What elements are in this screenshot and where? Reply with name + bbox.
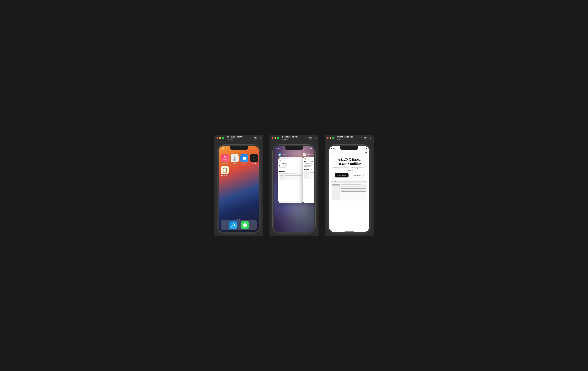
preview-dot-red	[332, 181, 333, 182]
app-grid: S Shortcuts	[219, 151, 259, 178]
phone-3: 9:42 ▲ ▮ 📋 ☰	[328, 145, 371, 233]
window-controls-2[interactable]	[272, 137, 279, 139]
resume-icon-pp: ⊙	[304, 169, 305, 170]
pm-line-4	[341, 189, 366, 189]
home-icon-3[interactable]: ⌂	[361, 137, 362, 139]
ppresume-card-screen[interactable]: 📋 A LaTeX BaResume Bu that helps people …	[303, 157, 314, 203]
ps-line-2	[332, 185, 340, 186]
dock-messages[interactable]	[241, 221, 249, 229]
ppresume-new-resume-btn[interactable]: ⊙ New resume	[304, 169, 309, 170]
ps-line-7	[332, 190, 340, 190]
switcher-safari-card[interactable]: 🧭 Safari 🔒 ppresume 📋	[278, 153, 306, 203]
home-icon[interactable]: ⌂	[250, 137, 252, 139]
rotate-icon-3[interactable]: ⤾	[369, 137, 371, 139]
svg-rect-12	[255, 156, 255, 157]
pp-battery-icon: ▮	[366, 148, 367, 149]
new-resume-button[interactable]: ⊙ New resume	[335, 173, 349, 178]
safari-preview	[279, 173, 302, 180]
switcher-ppresume-card[interactable]: 📋 PPResume 📋 A LaTeX BaResume Bu	[303, 153, 314, 203]
sim-toolbar-2: ⌂ 📷 ⤾	[305, 137, 316, 139]
safari-card-screen[interactable]: 🔒 ppresume 📋 A LaTeX BResume B that	[278, 157, 303, 203]
wifi-icon: ▲	[251, 148, 252, 149]
ppresume-watch-btn[interactable]: ▷ W	[310, 169, 313, 170]
sim-titlebar-2: iPhone 12 Pro Max iOS 15.5 ⌂ 📷 ⤾	[270, 135, 318, 142]
pp-hero-buttons: ⊙ New resume ▷ Watch video	[331, 173, 367, 178]
minimize-button-3[interactable]	[329, 137, 331, 139]
sim-body-3: 9:42 ▲ ▮ 📋 ☰	[325, 141, 374, 236]
app-contacts[interactable]: Contacts	[231, 154, 239, 164]
preview-line-2	[280, 174, 293, 174]
rotate-icon[interactable]: ⤾	[259, 137, 261, 139]
svg-rect-14	[255, 159, 255, 160]
window-controls-3[interactable]	[327, 137, 334, 139]
pm-line-6	[341, 190, 366, 191]
svg-rect-6	[243, 157, 244, 158]
pp-main-line-3	[310, 173, 314, 173]
watch-icon-img	[250, 154, 258, 162]
ps-line-1	[332, 184, 340, 185]
phone-screen-1: 9:41 ▲ ||| ▮▮	[219, 146, 259, 232]
close-button-2[interactable]	[272, 137, 273, 139]
safari-new-resume-btn[interactable]: ⊙ New resume	[279, 171, 284, 172]
pp-hero-title: A LaTeX Based Resume Builder	[331, 158, 367, 166]
ppresume-app-name: PPResume	[306, 154, 314, 156]
pp-sidebar-line-2	[305, 173, 309, 173]
safari-back-icon[interactable]: ‹	[280, 201, 280, 202]
ppresume-card-logo: 📋	[304, 158, 314, 160]
ps-line-3	[332, 186, 340, 186]
minimize-button-2[interactable]	[274, 137, 276, 139]
svg-rect-11	[253, 156, 254, 157]
simulator-1: iPhone 12 Pro Max iOS 15.5 ⌂ 📷 ⤾ 9:41	[214, 135, 263, 237]
homescreen: 9:41 ▲ ||| ▮▮	[219, 146, 259, 232]
ppresume-preview-main	[309, 172, 314, 178]
watch-video-button[interactable]: ▷ Watch video	[350, 173, 364, 178]
hamburger-menu-icon[interactable]: ☰	[365, 152, 367, 155]
status-time-1: 9:41	[221, 147, 225, 149]
pp-status-icons: ▲ ▮	[364, 148, 367, 149]
dock-safari[interactable]	[229, 221, 237, 229]
preview-name-col	[341, 184, 361, 185]
close-button-3[interactable]	[327, 137, 329, 139]
play-icon-pp: ▷	[311, 169, 311, 170]
contacts-icon	[231, 154, 239, 162]
pp-preview-content	[331, 183, 367, 200]
close-button[interactable]	[217, 137, 218, 139]
window-controls-1[interactable]	[217, 137, 224, 139]
pp-preview-main	[341, 184, 367, 200]
pp-main-line-1	[310, 172, 314, 172]
ppresume-new-resume-label: New resume	[305, 169, 308, 170]
home-indicator	[329, 230, 369, 232]
home-icon-2[interactable]: ⌂	[305, 137, 307, 139]
app-shortcuts[interactable]: S Shortcuts	[221, 154, 229, 164]
maximize-button-3[interactable]	[332, 137, 334, 139]
wifi-icon-2: ▲	[309, 147, 311, 149]
preview-dot-yellow	[334, 181, 335, 182]
sim-toolbar-1: ⌂ 📷 ⤾	[250, 137, 261, 139]
pp-wifi-icon: ▲	[364, 148, 366, 149]
pm-section-1	[341, 188, 366, 189]
pm-line-2	[341, 187, 366, 187]
resume-icon: ⊙	[337, 175, 338, 176]
resume-icon-small: ⊙	[280, 171, 280, 172]
watch-video-label: Watch video	[354, 175, 361, 176]
app-files[interactable]: Files	[241, 154, 248, 164]
pm-line-3	[341, 187, 366, 187]
rotate-icon-2[interactable]: ⤾	[314, 137, 316, 139]
screenshot-icon[interactable]: 📷	[254, 137, 257, 139]
contacts-label: Contacts	[232, 163, 237, 164]
screenshot-icon-3[interactable]: 📷	[364, 137, 367, 139]
maximize-button-2[interactable]	[277, 137, 279, 139]
safari-share-icon[interactable]: ⎙	[301, 201, 302, 202]
maximize-button[interactable]	[222, 137, 224, 139]
status-bar-1: 9:41 ▲ ||| ▮▮	[219, 146, 259, 149]
safari-forward-icon[interactable]: ›	[290, 201, 291, 202]
minimize-button[interactable]	[219, 137, 221, 139]
shortcuts-icon: S	[221, 154, 229, 162]
pp-status-bar: 9:42 ▲ ▮	[329, 146, 369, 150]
app-ppresume[interactable]: 📋 PPResume	[221, 166, 229, 176]
safari-address-bar[interactable]: 🔒 ppresume	[278, 157, 303, 159]
app-watch[interactable]: Watch	[250, 154, 258, 164]
svg-text:S: S	[224, 157, 225, 159]
screenshot-icon-2[interactable]: 📷	[309, 137, 312, 139]
latex-e: e	[347, 158, 349, 161]
